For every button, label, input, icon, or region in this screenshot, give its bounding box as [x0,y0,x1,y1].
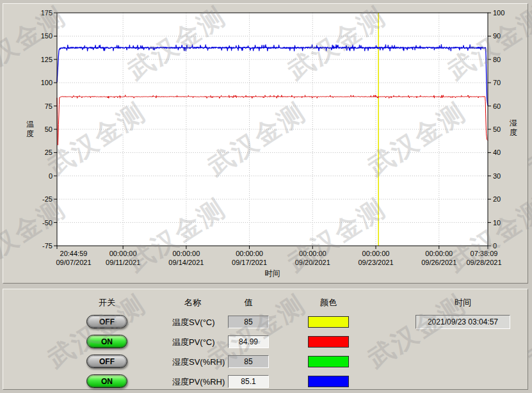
svg-text:-25: -25 [42,195,52,203]
column-header-name: 名称 [163,297,222,309]
channel-toggle[interactable]: OFF [86,315,127,328]
column-header-value: 值 [228,297,269,309]
svg-text:90: 90 [493,32,501,40]
svg-text:30: 30 [493,172,501,180]
svg-text:80: 80 [493,56,501,63]
toggle-state-label: ON [101,377,113,386]
svg-text:175: 175 [41,9,52,17]
channel-color-swatch[interactable] [308,316,349,328]
svg-text:60: 60 [493,102,501,110]
column-header-color: 颜色 [308,297,349,309]
toggle-state-label: OFF [99,357,115,366]
svg-text:0: 0 [493,242,497,250]
svg-text:100: 100 [493,9,504,17]
svg-text:度: 度 [510,128,517,137]
channel-toggle[interactable]: OFF [86,355,127,368]
svg-text:09/28/2021: 09/28/2021 [466,259,501,266]
x-axis: 20:44:5909/07/202100:00:0009/11/202100:0… [56,246,501,278]
y-left-axis: -75-50-250255075100125150175温度 [26,9,57,250]
svg-text:20:44:59: 20:44:59 [60,250,88,257]
channel-value[interactable]: 85 [228,355,269,368]
trend-chart-panel: -75-50-250255075100125150175温度0102030405… [3,3,528,284]
svg-text:09/23/2021: 09/23/2021 [358,259,393,266]
column-header-time: 时间 [415,297,510,309]
svg-text:湿: 湿 [509,118,517,127]
channel-name: 温度SV(°C) [172,317,215,328]
svg-text:09/14/2021: 09/14/2021 [168,259,204,266]
svg-text:00:00:00: 00:00:00 [172,250,200,257]
svg-text:00:00:00: 00:00:00 [299,250,326,257]
svg-text:50: 50 [493,125,501,133]
column-header-switch: 开关 [86,297,127,309]
toggle-state-label: ON [101,337,113,346]
svg-text:09/20/2021: 09/20/2021 [295,259,330,266]
svg-text:125: 125 [41,56,52,63]
channel-value[interactable]: 85 [228,316,269,328]
svg-text:50: 50 [45,125,52,133]
svg-text:07:38:09: 07:38:09 [471,250,498,257]
channel-row-humid-pv: ON 湿度PV(%RH) 85.1 [3,374,528,390]
cursor-time-display: 2021/09/23 03:04:57 [415,315,510,329]
y-right-axis: 0102030405060708090100湿度 [488,9,517,250]
channel-color-swatch[interactable] [308,356,349,367]
control-panel: 开关 名称 值 颜色 时间 OFF 温度SV(°C) 85 2021/09/23… [3,289,528,390]
channel-row-temp-pv: ON 温度PV(°C) 84.99 [3,335,528,350]
channel-name: 湿度SV(%RH) [172,357,225,368]
svg-text:0: 0 [49,172,52,180]
svg-text:75: 75 [45,102,52,110]
svg-text:09/11/2021: 09/11/2021 [106,259,140,266]
channel-row-temp-sv: OFF 温度SV(°C) 85 2021/09/23 03:04:57 [3,315,528,330]
svg-text:00:00:00: 00:00:00 [362,250,390,257]
svg-text:度: 度 [26,129,34,138]
svg-text:-50: -50 [42,219,52,227]
svg-text:40: 40 [493,148,501,156]
svg-text:20: 20 [493,195,501,203]
channel-name: 温度PV(°C) [172,337,215,348]
svg-text:00:00:00: 00:00:00 [109,250,137,257]
channel-color-swatch[interactable] [308,376,349,387]
channel-value: 85.1 [228,375,269,388]
channel-color-swatch[interactable] [308,336,349,348]
svg-text:70: 70 [493,79,501,86]
svg-text:时间: 时间 [265,269,280,278]
svg-text:09/26/2021: 09/26/2021 [421,259,456,266]
app-window: -75-50-250255075100125150175温度0102030405… [0,0,532,393]
trend-chart[interactable]: -75-50-250255075100125150175温度0102030405… [3,4,528,283]
svg-text:25: 25 [45,148,52,156]
channel-row-humid-sv: OFF 湿度SV(%RH) 85 [3,355,528,370]
svg-text:09/07/2021: 09/07/2021 [56,259,91,266]
channel-toggle[interactable]: ON [86,374,127,388]
channel-toggle[interactable]: ON [86,335,127,348]
svg-text:-75: -75 [42,242,52,250]
svg-text:100: 100 [41,79,52,86]
svg-text:150: 150 [41,32,52,40]
svg-text:10: 10 [493,219,501,227]
svg-text:09/17/2021: 09/17/2021 [232,259,267,266]
channel-value: 84.99 [228,335,269,348]
channel-name: 湿度PV(%RH) [172,376,225,388]
svg-text:00:00:00: 00:00:00 [236,250,263,257]
svg-text:温: 温 [26,120,34,129]
svg-text:00:00:00: 00:00:00 [425,250,453,257]
toggle-state-label: OFF [99,317,115,326]
